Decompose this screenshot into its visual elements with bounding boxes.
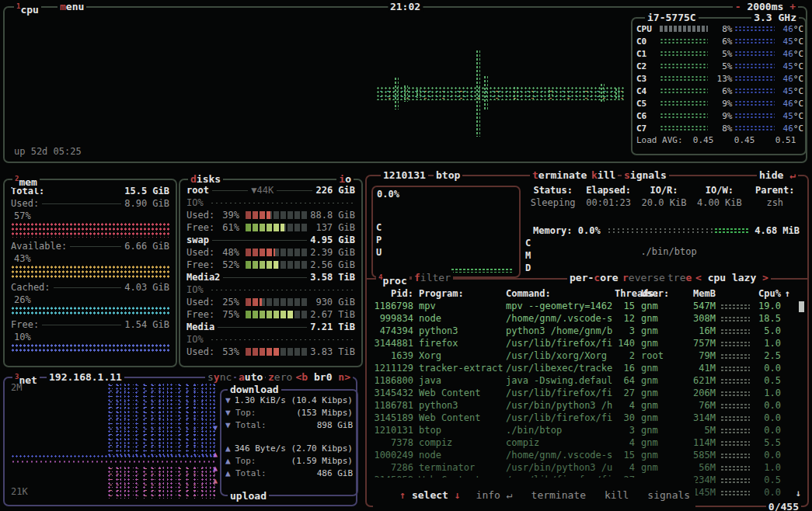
- sort-selector[interactable]: < cpu lazy >: [693, 272, 771, 283]
- detail-info-value: 4.00 KiB: [692, 196, 747, 209]
- detail-cpu-graph-box: 0.0% CPU: [371, 186, 521, 278]
- interval-decrease-button[interactable]: -: [735, 1, 741, 12]
- process-row[interactable]: 3145189 Web Content /usr/lib/firefox/fi …: [367, 412, 807, 424]
- process-pid: 474394: [371, 325, 413, 337]
- process-row[interactable]: 1000249 node /home/gnm/.vscode-s 15 gnm …: [367, 449, 807, 461]
- kill-footer-button[interactable]: kill: [601, 489, 632, 501]
- process-pid: 3145432: [371, 387, 413, 399]
- process-row[interactable]: 3144881 firefox /usr/lib/firefox/fi 140 …: [367, 337, 807, 349]
- cpu-box-title[interactable]: 1cpu: [14, 1, 41, 16]
- interval-increase-button[interactable]: +: [789, 1, 796, 12]
- core-temp: 46°C: [777, 74, 803, 84]
- upload-arrow-icon: ▲: [213, 464, 218, 472]
- cpu-graph-spike: [600, 83, 605, 103]
- down-arrow-icon: ▼: [225, 407, 235, 419]
- scroll-down-icon[interactable]: ↓: [796, 488, 801, 499]
- proc-title[interactable]: 4proc: [376, 272, 409, 287]
- process-cpu: 0.0: [753, 412, 781, 424]
- cpu-graph-spike: [476, 50, 480, 137]
- col-command[interactable]: Command:: [506, 287, 615, 300]
- select-down-icon[interactable]: ↓: [455, 489, 461, 501]
- process-cpu: 0.0: [753, 486, 781, 499]
- process-row[interactable]: 7378 compiz compiz 4 gnm 114M 5.5: [367, 436, 807, 449]
- uptime: up 52d 05:25: [14, 146, 82, 157]
- cpu-core-row: C5 9% 46°C: [633, 97, 805, 110]
- signals-button[interactable]: signals: [622, 169, 669, 181]
- disk-used-row: Used:48%2.39 GiB: [186, 246, 355, 259]
- process-row[interactable]: 3145432 Web Content /usr/lib/firefox/fi …: [367, 387, 807, 399]
- process-row[interactable]: 999834 node /home/gnm/.vscode-s 12 gnm 3…: [367, 312, 807, 325]
- process-mem: 114M: [681, 436, 716, 449]
- process-cpu: 2.5: [753, 349, 781, 362]
- network-ip: 192.168.1.11: [47, 371, 124, 383]
- disks-box-title[interactable]: disks: [188, 173, 223, 185]
- net-interface-switcher[interactable]: <b br0 n>: [294, 371, 353, 383]
- core-temp-graph: [734, 100, 775, 106]
- process-mem-graph: [720, 366, 750, 371]
- process-row[interactable]: 1186781 python3 /usr/bin/python3 /h 4 gn…: [367, 399, 807, 412]
- core-temp-graph: [734, 26, 775, 32]
- core-usage: 9%: [709, 99, 733, 109]
- col-memb[interactable]: MemB: [681, 287, 716, 300]
- down-arrow-icon: ▼: [225, 395, 235, 407]
- process-pid: 1186798: [371, 300, 413, 312]
- hide-button[interactable]: hide ↵: [757, 169, 798, 181]
- process-cpu: 1.0: [753, 387, 781, 399]
- col-cpu[interactable]: Cpu%: [753, 287, 781, 300]
- cpu-box: 1cpu menu 21:02 - 2000ms + i7-5775C 3.3 …: [3, 6, 807, 163]
- process-threads: 15: [615, 449, 635, 461]
- core-usage-graph: [660, 50, 708, 57]
- select-up-icon[interactable]: ↑: [399, 489, 406, 501]
- memory-box-title[interactable]: 2mem: [12, 173, 40, 188]
- process-program: terminator: [419, 461, 506, 474]
- filter-button[interactable]: filter: [412, 272, 453, 283]
- sort-direction-icon[interactable]: ↑: [781, 287, 790, 300]
- terminate-button[interactable]: terminate: [530, 169, 589, 181]
- io-mode-toggle[interactable]: io: [336, 173, 354, 185]
- process-threads: 4: [615, 461, 635, 474]
- terminate-footer-button[interactable]: terminate: [528, 489, 589, 501]
- detail-info-value: 20.0 KiB: [636, 196, 692, 209]
- tree-toggle[interactable]: tree: [665, 272, 694, 283]
- process-row[interactable]: 1186800 java java -Dswing.defaul 64 gnm …: [367, 374, 807, 387]
- detail-cmd-vertical-label: CMD: [525, 237, 533, 274]
- process-row[interactable]: 474394 python3 python3 /home/gnm/b 3 gnm…: [367, 325, 807, 337]
- net-sync-toggle[interactable]: sync: [205, 371, 234, 383]
- col-program[interactable]: Program:: [419, 287, 506, 300]
- col-threads[interactable]: Threads:: [615, 287, 635, 300]
- process-row[interactable]: 7286 terminator /usr/bin/python3 /u 4 gn…: [367, 461, 807, 474]
- cpu-core-row: C7 8% 46°C: [633, 122, 805, 134]
- net-auto-toggle[interactable]: auto: [236, 371, 265, 383]
- process-command: /usr/lib/firefox/fi: [506, 412, 615, 424]
- process-row[interactable]: 1639 Xorg /usr/lib/xorg/Xorg 2 root 79M …: [367, 349, 807, 362]
- process-user: gnm: [641, 399, 681, 412]
- process-user: gnm: [641, 300, 681, 312]
- process-mem: 79M: [681, 349, 716, 362]
- per-core-toggle[interactable]: per-core: [567, 272, 621, 283]
- process-row[interactable]: 1186798 mpv mpv --geometry=1462 15 gnm 5…: [367, 300, 807, 312]
- col-pid[interactable]: Pid:: [371, 287, 413, 300]
- detail-info-header: Parent:: [748, 184, 803, 196]
- scrollbar-thumb[interactable]: [799, 301, 804, 312]
- signals-footer-button[interactable]: signals: [644, 489, 693, 501]
- interval-value: 2000ms: [747, 1, 783, 12]
- reverse-toggle[interactable]: reverse: [620, 272, 667, 283]
- info-button[interactable]: info ↵: [473, 489, 516, 501]
- disk-io-row: IO%: [186, 333, 355, 346]
- col-user[interactable]: User:: [641, 287, 681, 300]
- menu-button[interactable]: menu: [58, 1, 86, 12]
- process-cpu: 5.5: [753, 436, 781, 449]
- upload-graph-baseline: [11, 460, 218, 464]
- process-row[interactable]: 1210131 btop ./bin/btop 3 gnm 5M 0.0: [367, 424, 807, 436]
- core-label: C2: [636, 61, 660, 71]
- net-zero-toggle[interactable]: zero: [266, 371, 294, 383]
- process-program: python3: [419, 399, 506, 412]
- core-label: C0: [636, 36, 660, 47]
- memory-stat-value: 8.90 GiB: [124, 198, 169, 209]
- core-temp: 45°C: [777, 111, 803, 121]
- disk-free-meter: [246, 261, 308, 269]
- cpu-summary-row: CPU 8% 46°C: [633, 23, 805, 35]
- cpu-graph-spike: [416, 89, 420, 98]
- kill-button[interactable]: kill: [589, 169, 618, 181]
- process-row[interactable]: 1211129 tracker-extract /usr/libexec/tra…: [367, 362, 807, 374]
